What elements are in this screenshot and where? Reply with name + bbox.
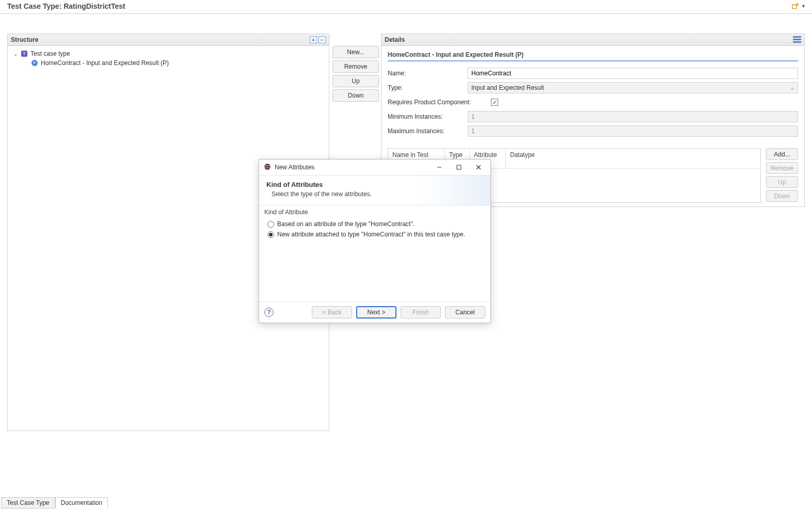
structure-title: Structure — [11, 36, 38, 43]
type-select-value: Input and Expected Result — [471, 84, 544, 91]
attributes-buttons: Add... Remove Up Down — [766, 148, 798, 203]
page-title: Test Case Type: RatingDistrictTest — [7, 2, 125, 10]
min-row: Minimum Instances: — [388, 110, 798, 123]
chevron-down-icon[interactable]: ▼ — [800, 4, 807, 9]
dialog-title: New Attributes — [275, 164, 314, 171]
layout-toggle-icon[interactable] — [793, 36, 801, 43]
requires-label: Requires Product Component: — [388, 99, 491, 106]
dialog-titlebar[interactable]: New Attributes — [259, 160, 490, 175]
tree-root-label: Test case type — [30, 50, 70, 57]
collapse-all-icon[interactable]: − — [319, 36, 326, 43]
svg-point-5 — [264, 164, 270, 170]
chevron-down-icon: ⌄ — [790, 85, 794, 90]
max-label: Maximum Instances: — [388, 128, 468, 135]
structure-header: Structure + − — [7, 34, 329, 46]
new-button[interactable]: New... — [332, 46, 379, 58]
editor-header: Test Case Type: RatingDistrictTest ▼ — [0, 0, 812, 14]
maximize-button[interactable] — [449, 161, 469, 174]
radio-label-1: Based on an attribute of the type "HomeC… — [277, 220, 415, 228]
radio-icon — [267, 231, 274, 238]
attr-remove-button: Remove — [766, 162, 798, 174]
svg-text:T: T — [23, 51, 26, 56]
radio-icon — [267, 221, 274, 228]
svg-rect-8 — [457, 165, 461, 169]
attr-add-button[interactable]: Add... — [766, 148, 798, 160]
dialog-footer: ? < Back Next > Finish Cancel — [259, 301, 490, 323]
next-button[interactable]: Next > — [356, 306, 396, 319]
type-select[interactable]: Input and Expected Result ⌄ — [468, 82, 798, 93]
name-input[interactable] — [468, 68, 798, 79]
tree-child-label: HomeContract - Input and Expected Result… — [41, 59, 169, 67]
attr-down-button: Down — [766, 190, 798, 202]
svg-text:P: P — [33, 60, 36, 66]
test-case-type-icon: T — [20, 50, 28, 58]
export-icon[interactable] — [791, 2, 799, 10]
details-section-title: HomeContract - Input and Expected Result… — [388, 51, 798, 61]
radio-label-2: New attribute attached to type "HomeCont… — [277, 231, 465, 238]
dialog-heading: Kind of Attributes — [266, 181, 483, 188]
expand-all-icon[interactable]: + — [310, 36, 317, 43]
dialog-group-label: Kind of Attribute — [264, 209, 485, 216]
bottom-tabs: Test Case Type Documentation — [1, 497, 108, 508]
tab-test-case-type[interactable]: Test Case Type — [1, 497, 55, 508]
cancel-button[interactable]: Cancel — [445, 306, 485, 319]
remove-button[interactable]: Remove — [332, 60, 379, 73]
radio-option-based-on-attribute[interactable]: Based on an attribute of the type "HomeC… — [264, 219, 485, 229]
dialog-content: Kind of Attribute Based on an attribute … — [259, 205, 490, 301]
type-label: Type: — [388, 84, 468, 91]
eclipse-icon — [263, 163, 272, 172]
tree-root[interactable]: ⌄ T Test case type — [13, 49, 324, 58]
attr-up-button: Up — [766, 176, 798, 188]
down-button[interactable]: Down — [332, 89, 379, 102]
col-datatype[interactable]: Datatype — [506, 149, 542, 168]
close-button[interactable] — [469, 161, 488, 174]
details-header: Details — [381, 34, 805, 46]
tree-toggle-icon[interactable]: ⌄ — [13, 51, 18, 57]
new-attributes-dialog: New Attributes Kind of Attributes Select… — [259, 159, 491, 323]
details-title: Details — [385, 36, 405, 43]
finish-button: Finish — [401, 306, 441, 319]
name-label: Name: — [388, 70, 468, 77]
minimize-button[interactable] — [429, 161, 449, 174]
up-button[interactable]: Up — [332, 75, 379, 87]
svg-rect-0 — [792, 5, 797, 9]
dialog-subheading: Select the type of the new attributes. — [266, 190, 483, 198]
type-row: Type: Input and Expected Result ⌄ — [388, 81, 798, 94]
requires-checkbox[interactable]: ✓ — [491, 99, 498, 106]
header-toolbar: ▼ — [791, 2, 807, 10]
dialog-banner: Kind of Attributes Select the type of th… — [259, 175, 490, 205]
policy-component-icon: P — [30, 59, 39, 67]
name-row: Name: — [388, 67, 798, 80]
min-label: Minimum Instances: — [388, 113, 468, 120]
tab-documentation[interactable]: Documentation — [55, 497, 108, 508]
max-row: Maximum Instances: — [388, 124, 798, 138]
help-icon[interactable]: ? — [264, 308, 274, 317]
requires-row: Requires Product Component: ✓ — [388, 96, 798, 109]
radio-option-new-attribute[interactable]: New attribute attached to type "HomeCont… — [264, 229, 485, 240]
min-input — [468, 111, 798, 122]
back-button: < Back — [312, 306, 352, 319]
tree-child[interactable]: P HomeContract - Input and Expected Resu… — [13, 58, 324, 68]
max-input — [468, 125, 798, 137]
